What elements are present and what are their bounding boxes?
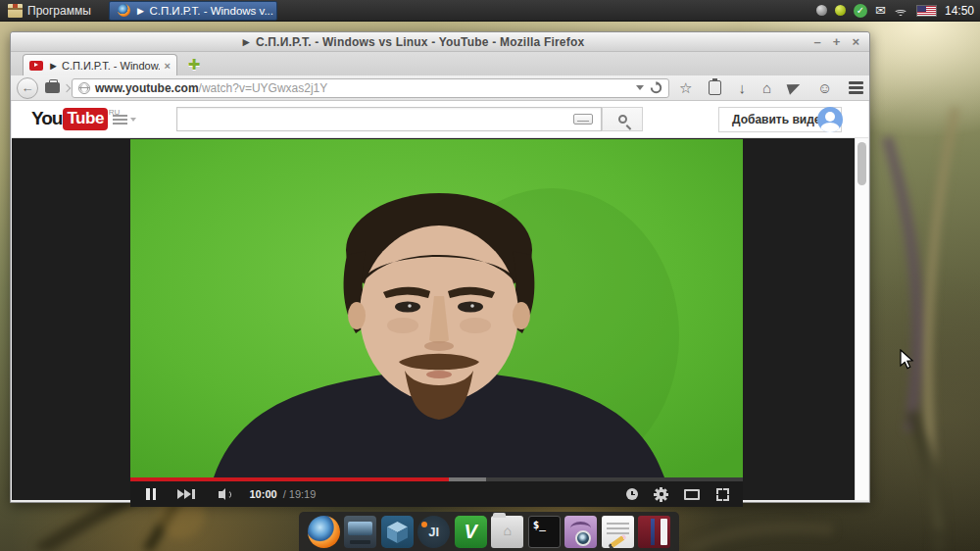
window-titlebar[interactable]: ► С.П.И.Р.Т. - Windows vs Linux - YouTub… [11, 32, 869, 52]
dock-book-icon[interactable] [638, 516, 670, 548]
url-host: www.youtube.com [95, 81, 199, 95]
video-frame[interactable] [130, 139, 743, 477]
feedback-smiley-icon[interactable]: ☺ [817, 80, 832, 96]
youtube-logo-tube: Tube [63, 108, 107, 130]
youtube-favicon [29, 61, 43, 71]
updater-check-icon[interactable]: ✓ [854, 4, 867, 18]
dock-firefox-icon[interactable] [308, 516, 340, 548]
duration: / 19:19 [283, 488, 317, 500]
next-button[interactable] [177, 489, 195, 499]
dock-file-manager-icon[interactable] [491, 516, 523, 548]
tab-strip: ► С.П.И.Р.Т. - Window... × ✚ [11, 52, 869, 75]
player-controls: 10:00 / 19:19 [130, 481, 743, 507]
watch-later-icon[interactable] [626, 488, 638, 500]
reading-list-icon[interactable] [709, 80, 721, 95]
firefox-window: ► С.П.И.Р.Т. - Windows vs Linux - YouTub… [10, 31, 870, 503]
time-display: 10:00 / 19:19 [250, 488, 317, 500]
url-bar[interactable]: www.youtube.com/watch?v=UYGwxas2j1Y [72, 78, 669, 98]
current-time: 10:00 [250, 488, 277, 500]
page-scrollbar[interactable] [855, 138, 868, 500]
tab-youtube[interactable]: ► С.П.И.Р.Т. - Window... × [23, 54, 177, 75]
minimize-button[interactable]: – [814, 35, 821, 48]
youtube-header: You Tube RU Добавить видео [12, 101, 868, 138]
downloads-icon[interactable]: ↓ [738, 80, 746, 96]
home-icon[interactable]: ⌂ [762, 80, 771, 96]
account-avatar[interactable] [817, 107, 843, 132]
volume-button[interactable] [219, 488, 232, 500]
wifi-icon[interactable] [894, 5, 908, 17]
dock-webcam-icon[interactable] [564, 516, 597, 548]
new-tab-button[interactable]: ✚ [185, 57, 203, 73]
dock-panel: JI V $_ [299, 512, 679, 551]
tab-close-icon[interactable]: × [165, 60, 171, 72]
applications-label: Программы [27, 4, 91, 18]
search-input[interactable] [177, 108, 573, 130]
pause-button[interactable] [146, 488, 156, 500]
search-button[interactable] [602, 107, 643, 131]
back-button[interactable]: ← [17, 77, 38, 99]
dock-terminal-icon[interactable]: $_ [528, 516, 561, 548]
taskbar-window-button[interactable]: ► С.П.И.Р.Т. - Windows v... [109, 1, 277, 21]
reload-icon[interactable] [650, 81, 662, 94]
keyboard-layout-flag[interactable] [916, 5, 937, 17]
fullscreen-icon[interactable] [716, 488, 729, 501]
theater-mode-icon[interactable] [684, 489, 700, 500]
dock-text-editor-icon[interactable] [602, 516, 634, 548]
tray-network-icon[interactable] [835, 5, 846, 16]
top-panel: Программы ► С.П.И.Р.Т. - Windows v... ✓ … [0, 0, 980, 22]
youtube-logo-you: You [31, 108, 62, 129]
applications-menu[interactable]: Программы [4, 0, 95, 22]
tray-status-icon[interactable] [816, 5, 827, 16]
globe-icon [78, 82, 90, 94]
dock-video-app-icon[interactable]: V [455, 516, 487, 548]
url-dropdown-icon[interactable] [636, 85, 644, 90]
menu-icon[interactable] [849, 81, 863, 94]
mail-icon[interactable]: ✉ [875, 3, 886, 18]
cube-glyph [381, 516, 414, 548]
search-icon [618, 115, 627, 124]
guide-menu-icon[interactable] [113, 115, 136, 125]
firefox-icon [118, 4, 130, 17]
window-title: ► С.П.И.Р.Т. - Windows vs Linux - YouTub… [11, 35, 814, 49]
dock-virtualbox-icon[interactable] [381, 516, 414, 548]
share-icon[interactable] [787, 80, 803, 94]
close-button[interactable]: × [852, 35, 859, 48]
mouse-cursor [900, 349, 917, 371]
bookmark-star-icon[interactable]: ☆ [679, 80, 692, 96]
dock-display-icon[interactable] [344, 516, 376, 548]
virtual-keyboard-icon[interactable] [573, 114, 593, 125]
taskbar-window-title: ► С.П.И.Р.Т. - Windows v... [135, 5, 273, 17]
url-path: /watch?v=UYGwxas2j1Y [199, 81, 328, 95]
youtube-logo[interactable]: You Tube RU [31, 108, 120, 130]
scrollbar-thumb[interactable] [858, 142, 866, 185]
tab-title: ► С.П.И.Р.Т. - Window... [48, 60, 160, 72]
search-box [176, 107, 602, 131]
watch-page-content: 10:00 / 19:19 [12, 138, 868, 500]
applications-icon [8, 4, 23, 18]
video-still [130, 139, 743, 477]
dock-ide-icon[interactable]: JI [417, 516, 450, 548]
panel-clock[interactable]: 14:50 [945, 4, 974, 18]
history-site-icon[interactable] [45, 82, 60, 93]
settings-gear-icon[interactable] [655, 488, 667, 501]
maximize-button[interactable]: + [833, 35, 841, 48]
navigation-toolbar: ← www.youtube.com/watch?v=UYGwxas2j1Y ☆ … [11, 75, 869, 101]
chevron-right-icon [63, 83, 71, 91]
